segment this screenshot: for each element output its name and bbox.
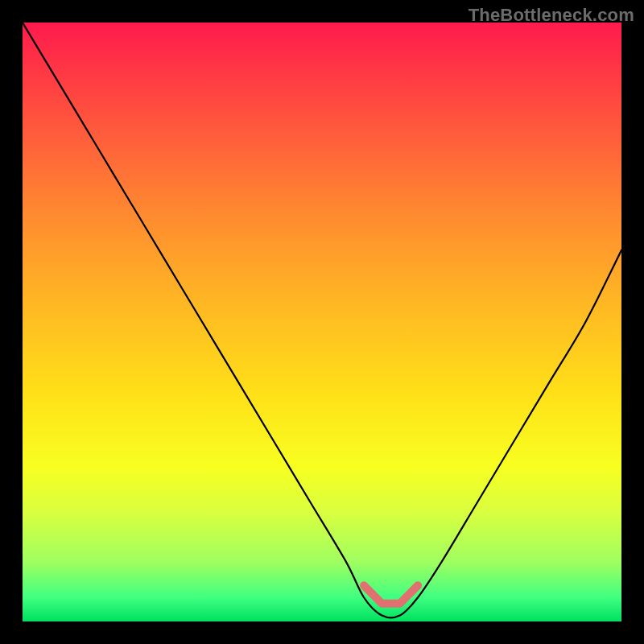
watermark-text: TheBottleneck.com xyxy=(469,5,634,26)
plot-area xyxy=(23,23,621,621)
chart-frame: TheBottleneck.com xyxy=(0,0,644,644)
curve-layer xyxy=(23,23,621,621)
bottleneck-curve xyxy=(23,23,621,617)
minimum-marker xyxy=(364,585,418,603)
